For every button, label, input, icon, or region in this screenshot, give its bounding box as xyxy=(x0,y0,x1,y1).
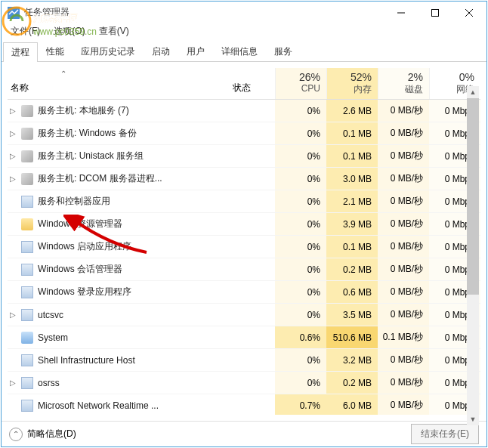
collapse-icon[interactable]: ⌃ xyxy=(9,428,23,441)
process-row[interactable]: Shell Infrastructure Host0%3.2 MB0 MB/秒0… xyxy=(8,349,480,372)
process-row[interactable]: ▷服务主机: DCOM 服务器进程...0%3.0 MB0 MB/秒0 Mbps xyxy=(8,168,480,190)
tab-users[interactable]: 用户 xyxy=(178,42,213,61)
header-status[interactable]: 状态 xyxy=(230,68,275,99)
process-icon xyxy=(21,128,33,140)
titlebar[interactable]: 任务管理器 xyxy=(2,2,486,23)
process-icon xyxy=(21,286,33,298)
cpu-usage-pct: 26% xyxy=(279,71,320,83)
disk-cell: 0.1 MB/秒 xyxy=(378,326,429,348)
process-name: 服务主机: Windows 备份 xyxy=(38,127,230,140)
process-row[interactable]: ▷服务主机: 本地服务 (7)0%2.6 MB0 MB/秒0 Mbps xyxy=(8,100,480,122)
process-name: System xyxy=(38,332,230,343)
process-row[interactable]: ▷服务主机: Windows 备份0%0.1 MB0 MB/秒0 Mbps xyxy=(8,122,480,145)
disk-cell: 0 MB/秒 xyxy=(378,100,429,122)
process-row[interactable]: Windows 资源管理器0%3.9 MB0 MB/秒0 Mbps xyxy=(8,213,480,236)
disk-cell: 0 MB/秒 xyxy=(378,394,429,415)
minimize-button[interactable] xyxy=(384,2,418,23)
cpu-cell: 0.6% xyxy=(275,326,326,348)
expand-icon[interactable]: ▷ xyxy=(8,175,18,183)
process-row[interactable]: ▷osrss0%0.2 MB0 MB/秒0 Mbps xyxy=(8,372,480,394)
process-list-panel: ⌃ 名称 状态 26% CPU 52% 内存 2% 磁盘 0% 网络 ▷服务主机… xyxy=(2,62,486,421)
disk-cell: 0 MB/秒 xyxy=(378,304,429,326)
process-row[interactable]: ▷utcsvc0%3.5 MB0 MB/秒0 Mbps xyxy=(8,304,480,326)
process-row[interactable]: Windows 登录应用程序0%0.6 MB0 MB/秒0 Mbps xyxy=(8,281,480,304)
tab-services[interactable]: 服务 xyxy=(266,42,301,61)
process-icon xyxy=(21,309,33,321)
tab-details[interactable]: 详细信息 xyxy=(213,42,266,61)
process-row[interactable]: System0.6%510.6 MB0.1 MB/秒0 Mbps xyxy=(8,326,480,349)
scroll-up-icon[interactable]: ▲ xyxy=(467,86,479,98)
tab-startup[interactable]: 启动 xyxy=(144,42,178,61)
header-cpu[interactable]: 26% CPU xyxy=(275,68,326,99)
process-icon xyxy=(21,173,33,185)
cpu-cell: 0% xyxy=(275,304,326,326)
cpu-cell: 0% xyxy=(275,258,326,280)
tab-performance[interactable]: 性能 xyxy=(38,42,73,61)
fewer-details-link[interactable]: 简略信息(D) xyxy=(27,428,76,440)
process-row[interactable]: Windows 会话管理器0%0.2 MB0 MB/秒0 Mbps xyxy=(8,258,480,281)
disk-cell: 0 MB/秒 xyxy=(378,168,429,190)
cpu-cell: 0% xyxy=(275,372,326,394)
disk-usage-pct: 2% xyxy=(381,71,423,83)
vertical-scrollbar[interactable]: ▲ ▼ xyxy=(467,98,479,413)
process-row[interactable]: ▷服务主机: Unistack 服务组0%0.1 MB0 MB/秒0 Mbps xyxy=(8,145,480,168)
maximize-button[interactable] xyxy=(418,2,452,23)
memory-cell: 2.6 MB xyxy=(326,100,378,122)
memory-usage-pct: 52% xyxy=(330,71,372,83)
memory-cell: 0.1 MB xyxy=(326,236,378,258)
menu-file[interactable]: 文件(F) xyxy=(8,23,43,39)
task-manager-window: 任务管理器 文件(F) 选项(O) 查看(V) 进程 性能 应用历史记录 启动 … xyxy=(1,1,487,447)
process-name: Windows 登录应用程序 xyxy=(38,286,230,298)
tab-processes[interactable]: 进程 xyxy=(3,42,38,62)
process-rows[interactable]: ▷服务主机: 本地服务 (7)0%2.6 MB0 MB/秒0 Mbps▷服务主机… xyxy=(8,100,480,415)
menu-options[interactable]: 选项(O) xyxy=(51,23,88,39)
svg-rect-2 xyxy=(431,9,438,16)
expand-icon[interactable]: ▷ xyxy=(8,378,18,387)
disk-cell: 0 MB/秒 xyxy=(378,122,429,144)
memory-cell: 3.5 MB xyxy=(326,304,378,326)
process-row[interactable]: Microsoft Network Realtime ...0.7%6.0 MB… xyxy=(8,394,480,415)
disk-cell: 0 MB/秒 xyxy=(378,213,429,235)
process-icon xyxy=(21,105,33,117)
tab-apphistory[interactable]: 应用历史记录 xyxy=(73,42,144,61)
process-row[interactable]: 服务和控制器应用0%2.1 MB0 MB/秒0 Mbps xyxy=(8,190,480,213)
process-name: Shell Infrastructure Host xyxy=(38,355,230,366)
cpu-cell: 0% xyxy=(275,236,326,258)
disk-cell: 0 MB/秒 xyxy=(378,258,429,280)
expand-icon[interactable]: ▷ xyxy=(8,152,18,160)
cpu-cell: 0% xyxy=(275,190,326,212)
disk-cell: 0 MB/秒 xyxy=(378,281,429,303)
process-row[interactable]: Windows 启动应用程序0%0.1 MB0 MB/秒0 Mbps xyxy=(8,236,480,258)
process-name: Microsoft Network Realtime ... xyxy=(38,400,230,411)
memory-cell: 2.1 MB xyxy=(326,190,378,212)
process-icon xyxy=(21,377,33,389)
menu-view[interactable]: 查看(V) xyxy=(96,23,132,39)
expand-icon[interactable]: ▷ xyxy=(8,107,18,115)
menubar: 文件(F) 选项(O) 查看(V) xyxy=(2,23,486,39)
memory-cell: 0.1 MB xyxy=(326,145,378,167)
expand-icon[interactable]: ▷ xyxy=(8,129,18,137)
cpu-cell: 0% xyxy=(275,281,326,303)
scroll-down-icon[interactable]: ▼ xyxy=(467,413,479,425)
column-headers: ⌃ 名称 状态 26% CPU 52% 内存 2% 磁盘 0% 网络 xyxy=(8,68,480,100)
header-memory[interactable]: 52% 内存 xyxy=(326,68,378,99)
memory-cell: 3.9 MB xyxy=(326,213,378,235)
header-name[interactable]: ⌃ 名称 xyxy=(8,68,230,99)
cpu-cell: 0% xyxy=(275,145,326,167)
process-name: 服务和控制器应用 xyxy=(38,195,230,208)
process-icon xyxy=(21,150,33,162)
tabs: 进程 性能 应用历史记录 启动 用户 详细信息 服务 xyxy=(2,42,486,62)
process-name: Windows 资源管理器 xyxy=(38,218,230,230)
app-icon xyxy=(8,7,20,19)
header-disk[interactable]: 2% 磁盘 xyxy=(378,68,429,99)
cpu-cell: 0% xyxy=(275,100,326,122)
memory-cell: 3.0 MB xyxy=(326,168,378,190)
expand-icon[interactable]: ▷ xyxy=(8,311,18,319)
cpu-cell: 0% xyxy=(275,168,326,190)
process-icon xyxy=(21,196,33,208)
process-name: osrss xyxy=(38,378,230,388)
end-task-button[interactable]: 结束任务(E) xyxy=(411,424,479,444)
memory-cell: 0.2 MB xyxy=(326,258,378,280)
scroll-thumb[interactable] xyxy=(467,98,479,295)
close-button[interactable] xyxy=(452,2,486,23)
